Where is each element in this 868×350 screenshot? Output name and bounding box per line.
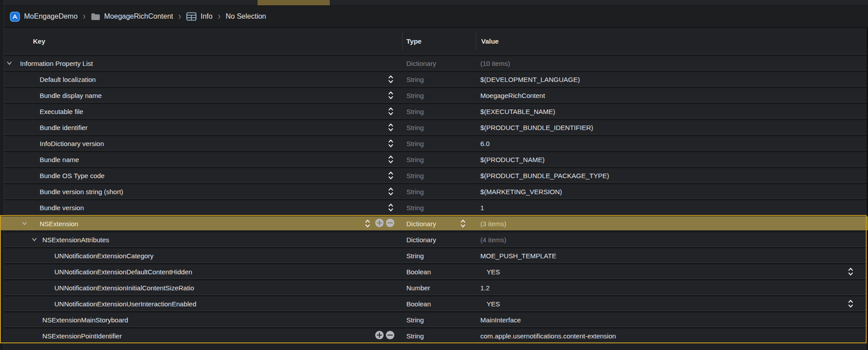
add-row-button[interactable] [375, 218, 384, 229]
key-stepper-icon[interactable] [388, 155, 394, 164]
column-divider[interactable] [402, 32, 403, 50]
value-cell[interactable]: MOE_PUSH_TEMPLATE [480, 252, 557, 259]
key-cell[interactable]: NSExtensionAttributes [42, 236, 109, 243]
add-row-button[interactable] [375, 330, 384, 341]
value-cell[interactable]: (4 items) [480, 236, 506, 243]
key-cell[interactable]: NSExtensionMainStoryboard [42, 316, 128, 323]
value-cell[interactable]: (3 items) [480, 220, 506, 227]
type-cell[interactable]: String [406, 316, 424, 323]
table-row[interactable]: Bundle display nameStringMoegageRichCont… [0, 88, 868, 102]
key-cell[interactable]: UNNotificationExtensionUserInteractionEn… [54, 300, 197, 307]
value-cell[interactable]: YES [487, 300, 500, 307]
key-stepper-icon[interactable] [388, 106, 394, 116]
type-cell[interactable]: Boolean [406, 268, 431, 275]
table-row[interactable]: NSExtensionMainStoryboardStringMainInter… [0, 313, 868, 326]
key-stepper-icon[interactable] [388, 171, 394, 180]
type-cell[interactable]: String [406, 123, 424, 131]
type-cell[interactable]: String [406, 187, 424, 195]
type-cell[interactable]: String [406, 171, 424, 179]
key-stepper-icon[interactable] [388, 138, 394, 148]
breadcrumb-item[interactable]: No Selection [226, 12, 266, 20]
value-cell[interactable]: $(PRODUCT_BUNDLE_IDENTIFIER) [480, 123, 593, 131]
value-cell[interactable]: MainInterface [480, 316, 521, 323]
type-cell[interactable]: Number [406, 284, 430, 291]
key-cell[interactable]: UNNotificationExtensionCategory [54, 252, 154, 259]
key-stepper-icon[interactable] [388, 74, 394, 84]
key-cell[interactable]: Bundle display name [40, 91, 102, 99]
table-row[interactable]: UNNotificationExtensionCategoryStringMOE… [0, 248, 868, 262]
table-row[interactable]: Bundle version string (short)String$(MAR… [0, 184, 868, 198]
type-cell[interactable]: String [406, 75, 424, 83]
key-stepper-icon[interactable] [388, 187, 394, 196]
key-cell[interactable]: Default localization [40, 75, 96, 83]
value-cell[interactable]: YES [487, 268, 500, 275]
key-cell[interactable]: NSExtension [40, 220, 78, 227]
table-row[interactable]: Bundle identifierString$(PRODUCT_BUNDLE_… [0, 120, 868, 134]
key-cell[interactable]: Information Property List [20, 59, 93, 67]
type-cell[interactable]: Dictionary [406, 236, 436, 243]
type-cell[interactable]: String [406, 332, 424, 339]
remove-row-button[interactable] [385, 218, 395, 229]
value-cell[interactable]: com.apple.usernotifications.content-exte… [480, 332, 616, 339]
key-cell[interactable]: Bundle name [40, 155, 79, 163]
table-row[interactable]: UNNotificationExtensionDefaultContentHid… [0, 265, 868, 278]
column-divider[interactable] [476, 32, 476, 50]
type-cell[interactable]: Boolean [406, 300, 431, 307]
table-row[interactable]: UNNotificationExtensionInitialContentSiz… [0, 281, 868, 294]
breadcrumb-item[interactable]: MoegageRichContent [91, 12, 173, 20]
table-row[interactable]: InfoDictionary versionString6.0 [0, 136, 868, 150]
value-cell[interactable]: $(PRODUCT_NAME) [480, 155, 545, 163]
table-row[interactable]: NSExtensionPointIdentifierStringcom.appl… [0, 329, 868, 342]
type-cell[interactable]: Dictionary [406, 59, 436, 67]
type-cell[interactable]: String [406, 107, 424, 115]
value-cell[interactable]: 1 [480, 203, 484, 211]
key-stepper-icon[interactable] [388, 122, 394, 132]
type-cell[interactable]: Dictionary [406, 220, 436, 227]
key-cell[interactable]: UNNotificationExtensionInitialContentSiz… [54, 284, 194, 291]
type-cell[interactable]: String [406, 91, 424, 99]
type-cell[interactable]: String [406, 203, 424, 211]
type-cell[interactable]: String [406, 139, 424, 147]
key-cell[interactable]: NSExtensionPointIdentifier [42, 332, 122, 339]
table-row[interactable]: Bundle nameString$(PRODUCT_NAME) [0, 152, 868, 166]
value-stepper-icon[interactable] [848, 299, 854, 309]
table-row[interactable]: UNNotificationExtensionUserInteractionEn… [0, 297, 868, 310]
remove-row-button[interactable] [385, 330, 395, 341]
table-row[interactable]: Executable fileString$(EXECUTABLE_NAME) [0, 104, 868, 118]
type-stepper-icon[interactable] [460, 219, 466, 228]
value-cell[interactable]: (10 items) [480, 59, 510, 67]
table-row[interactable]: Default localizationString$(DEVELOPMENT_… [0, 72, 868, 86]
value-stepper-icon[interactable] [848, 267, 854, 277]
breadcrumb-item[interactable]: MoEngageDemo [10, 12, 78, 22]
key-cell[interactable]: InfoDictionary version [40, 139, 104, 147]
key-cell[interactable]: UNNotificationExtensionDefaultContentHid… [54, 268, 192, 275]
table-row[interactable]: Information Property ListDictionary(10 i… [0, 56, 868, 70]
key-cell[interactable]: Bundle OS Type code [40, 171, 105, 179]
table-row[interactable]: Bundle versionString1 [0, 200, 868, 214]
type-cell[interactable]: String [406, 252, 424, 259]
key-stepper-icon[interactable] [388, 90, 394, 100]
disclosure-chevron-down-icon[interactable] [21, 220, 28, 227]
value-cell[interactable]: $(MARKETING_VERSION) [480, 187, 562, 195]
value-cell[interactable]: $(EXECUTABLE_NAME) [480, 107, 555, 115]
key-cell[interactable]: Bundle identifier [40, 123, 88, 131]
key-cell[interactable]: Bundle version [40, 203, 84, 211]
disclosure-chevron-down-icon[interactable] [6, 60, 12, 66]
table-row[interactable]: NSExtensionDictionary(3 items) [0, 216, 868, 230]
value-cell[interactable]: $(DEVELOPMENT_LANGUAGE) [480, 75, 580, 83]
active-tab-indicator[interactable] [258, 0, 330, 5]
value-cell[interactable]: 6.0 [480, 139, 490, 147]
breadcrumb-item[interactable]: Info [186, 12, 213, 21]
pane-divider[interactable] [4, 0, 4, 350]
value-cell[interactable]: $(PRODUCT_BUNDLE_PACKAGE_TYPE) [480, 171, 609, 179]
disclosure-chevron-down-icon[interactable] [31, 236, 37, 243]
key-stepper-icon[interactable] [364, 219, 371, 228]
value-cell[interactable]: MoegageRichContent [480, 91, 545, 99]
table-row[interactable]: Bundle OS Type codeString$(PRODUCT_BUNDL… [0, 168, 868, 182]
type-cell[interactable]: String [406, 155, 424, 163]
key-cell[interactable]: Executable file [40, 107, 83, 115]
table-row[interactable]: NSExtensionAttributesDictionary(4 items) [0, 232, 868, 246]
key-cell[interactable]: Bundle version string (short) [40, 187, 123, 195]
value-cell[interactable]: 1.2 [480, 284, 490, 291]
key-stepper-icon[interactable] [388, 203, 394, 212]
